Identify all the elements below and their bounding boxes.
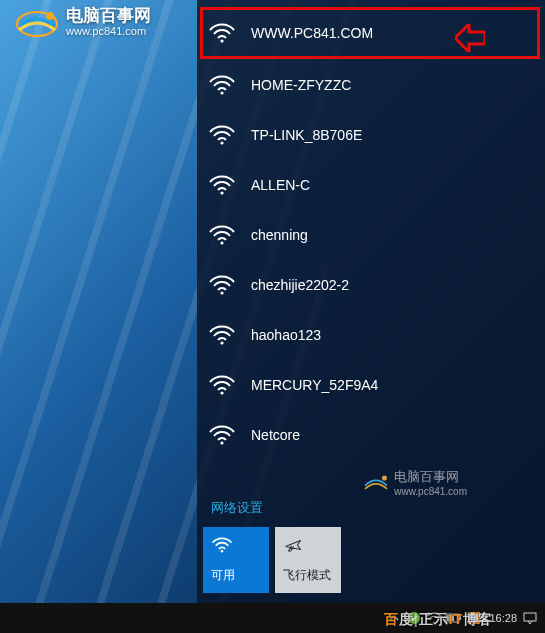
wifi-signal-icon [207,73,237,97]
wifi-signal-icon [207,273,237,297]
svg-rect-22 [524,613,536,621]
wifi-network-ssid: Netcore [251,427,300,443]
tray-security-icon[interactable] [405,609,423,627]
wifi-signal-icon [207,223,237,247]
svg-point-12 [221,550,224,553]
svg-point-8 [220,341,223,344]
svg-point-9 [220,391,223,394]
wifi-signal-icon [207,323,237,347]
taskbar-clock[interactable]: 16:28 [485,612,519,624]
wifi-network-item[interactable]: ALLEN-C [197,160,545,210]
wifi-network-ssid: haohao123 [251,327,321,343]
svg-point-2 [220,39,223,42]
svg-rect-21 [475,614,478,622]
tray-network-icon[interactable]: * [425,609,443,627]
wifi-network-item[interactable]: chezhijie2202-2 [197,260,545,310]
desktop-wallpaper: 电脑百事网 www.pc841.com WWW.PC841.COM HOME-Z… [0,0,545,633]
svg-rect-17 [459,616,461,620]
wifi-flyout-panel: WWW.PC841.COM HOME-ZFYZZC TP-LINK_8B706E… [197,0,545,603]
svg-rect-19 [468,612,480,624]
wifi-icon [211,535,261,555]
svg-point-14 [434,622,436,624]
svg-point-3 [220,91,223,94]
wifi-network-item[interactable]: chenning [197,210,545,260]
wifi-network-item[interactable]: TP-LINK_8B706E [197,110,545,160]
wifi-quick-tile[interactable]: 可用 [203,527,269,593]
watermark-text-url: www.pc841.com [66,26,151,38]
airplane-tile-label: 飞行模式 [283,567,333,584]
wifi-network-item[interactable]: MERCURY_52F9A4 [197,360,545,410]
tray-app-icon[interactable] [465,609,483,627]
wifi-network-ssid: WWW.PC841.COM [251,25,373,41]
wifi-network-ssid: ALLEN-C [251,177,310,193]
svg-point-5 [220,191,223,194]
wifi-network-ssid: TP-LINK_8B706E [251,127,362,143]
wifi-network-item[interactable]: Netcore [197,410,545,460]
watermark-top: 电脑百事网 www.pc841.com [14,4,151,40]
wifi-signal-icon [207,123,237,147]
wifi-signal-icon [207,173,237,197]
watermark-logo-icon [14,4,60,40]
airplane-icon [283,535,333,555]
wifi-network-ssid: MERCURY_52F9A4 [251,377,378,393]
wifi-signal-icon [207,373,237,397]
wifi-tile-label: 可用 [211,567,261,584]
airplane-mode-tile[interactable]: 飞行模式 [275,527,341,593]
wifi-network-ssid: chezhijie2202-2 [251,277,349,293]
wifi-signal-icon [207,21,237,45]
svg-point-4 [220,141,223,144]
annotation-arrow-icon [455,24,485,52]
wifi-network-item[interactable]: WWW.PC841.COM [201,8,539,58]
tray-battery-icon[interactable] [445,609,463,627]
svg-point-1 [46,12,54,20]
svg-point-10 [220,441,223,444]
watermark-text-cn: 电脑百事网 [66,7,151,26]
wifi-network-item[interactable]: HOME-ZFYZZC [197,60,545,110]
wifi-signal-icon [207,423,237,447]
network-settings-link[interactable]: 网络设置 [197,483,545,527]
quick-action-tiles: 可用 飞行模式 [197,527,545,603]
svg-point-7 [220,291,223,294]
taskbar: * 16:28 [0,603,545,633]
tray-action-center-icon[interactable] [521,609,539,627]
wifi-network-ssid: chenning [251,227,308,243]
wifi-network-ssid: HOME-ZFYZZC [251,77,351,93]
svg-rect-20 [470,614,473,622]
tray-chevron-up-icon[interactable] [385,609,403,627]
svg-rect-18 [447,615,454,621]
svg-point-6 [220,241,223,244]
wifi-network-item[interactable]: haohao123 [197,310,545,360]
wifi-network-list: WWW.PC841.COM HOME-ZFYZZC TP-LINK_8B706E… [197,0,545,483]
